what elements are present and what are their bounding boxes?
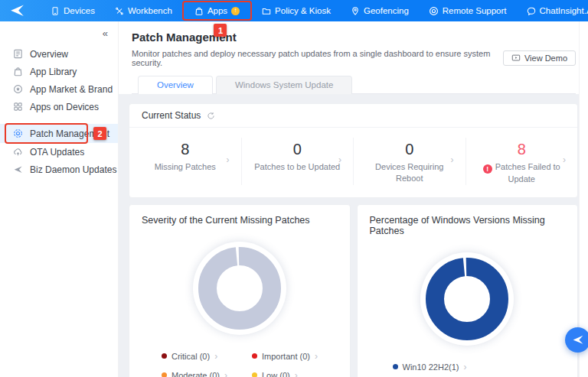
folder-icon (262, 6, 271, 16)
legend-dot (162, 372, 167, 377)
view-demo-button[interactable]: View Demo (503, 50, 576, 66)
apps-grid-icon (13, 102, 23, 112)
stat-value: 0 (242, 139, 354, 159)
nav-label: Remote Support (443, 6, 507, 15)
chevron-right-icon: › (224, 370, 227, 377)
scrollbar-track[interactable] (579, 21, 588, 377)
legend-item-moderate[interactable]: Moderate (0) › (162, 370, 252, 377)
legend-label: Low (0) (262, 371, 290, 377)
tab-overview[interactable]: Overview (138, 76, 213, 94)
app-market-icon (13, 84, 23, 94)
tab-windows-system-update[interactable]: Windows System Update (216, 76, 352, 94)
apps-update-badge: ↑ (231, 7, 240, 15)
sidebar-item-app-library[interactable]: App Library (0, 63, 118, 80)
chevron-right-icon: › (227, 154, 230, 165)
nav-item-chatinsight[interactable]: ChatInsight.AI (517, 0, 588, 21)
sidebar-label: App Library (30, 67, 77, 77)
nav-item-geofencing[interactable]: Geofencing (341, 0, 419, 21)
top-nav: Devices Workbench Apps ↑ 1 Policy & Kios… (0, 0, 588, 21)
stat-label: Devices Requiring Reboot (364, 161, 455, 184)
stat-patches-failed-to-update[interactable]: 8 !Patches Failed to Update › (466, 138, 578, 185)
biz-daemon-plane-icon (13, 164, 23, 174)
sidebar-label: Apps on Devices (30, 102, 99, 112)
current-status-card: Current Status 8 Missing Patches › (129, 103, 578, 198)
windows-versions-chart-card: Percentage of Windows Versions Missing P… (357, 204, 579, 377)
legend-dot (393, 364, 398, 369)
chevron-right-icon: › (563, 154, 566, 165)
paper-plane-icon (9, 3, 25, 18)
overview-icon (13, 49, 23, 59)
severity-chart-card: Severity of the Current Missing Patches … (129, 204, 351, 377)
chevron-right-icon: › (214, 351, 217, 362)
sidebar-item-overview[interactable]: Overview (0, 45, 118, 63)
severity-chart-title: Severity of the Current Missing Patches (142, 215, 338, 226)
stat-label: !Patches Failed to Update (476, 161, 567, 185)
sidebar-label: Biz Daemon Updates (30, 164, 116, 175)
patch-management-page: Devices Workbench Apps ↑ 1 Policy & Kios… (0, 0, 588, 377)
sidebar-label: OTA Updates (30, 147, 84, 158)
lifebuoy-icon (429, 6, 439, 16)
sidebar-item-patch-management[interactable]: Patch Management 2 (0, 124, 118, 143)
sidebar-item-apps-on-devices[interactable]: Apps on Devices (0, 98, 118, 115)
sidebar-item-app-market[interactable]: App Market & Brand (0, 80, 118, 98)
content-area: Current Status 8 Missing Patches › (119, 94, 588, 377)
current-status-title: Current Status (142, 110, 201, 121)
refresh-icon[interactable] (207, 112, 215, 120)
devices-icon (51, 6, 60, 16)
stat-label: Missing Patches (140, 161, 230, 173)
airdroid-logo[interactable] (8, 3, 31, 18)
nav-item-apps[interactable]: Apps ↑ 1 (187, 0, 247, 21)
legend-item-win10-22h2[interactable]: Win10 22H2(1) › (393, 362, 566, 372)
nav-item-workbench[interactable]: Workbench (105, 0, 182, 21)
stat-value: 0 (354, 139, 466, 159)
nav-item-policy-kiosk[interactable]: Policy & Kiosk (252, 0, 341, 21)
alert-icon: ! (483, 164, 492, 174)
legend-label: Critical (0) (172, 352, 210, 361)
stat-label: Patches to be Updated (252, 161, 342, 173)
page-subtitle: Monitor patches and deploy necessary pat… (132, 49, 494, 67)
stat-patches-to-be-updated[interactable]: 0 Patches to be Updated › (241, 138, 354, 185)
nav-label: Apps (207, 6, 227, 15)
legend-item-low[interactable]: Low (0) › (252, 370, 338, 377)
severity-legend: Critical (0) › Important (0) › Moderate … (162, 351, 338, 377)
legend-label: Important (0) (262, 352, 310, 361)
nav-label: Policy & Kiosk (275, 6, 331, 15)
legend-label: Win10 22H2(1) (403, 362, 459, 372)
paper-plane-icon (571, 333, 585, 346)
sidebar-item-ota-updates[interactable]: OTA Updates (0, 143, 118, 161)
annotation-step-2: 2 (93, 127, 106, 140)
tab-bar: Overview Windows System Update (132, 76, 576, 94)
severity-donut-chart (193, 242, 286, 335)
nav-label: Geofencing (364, 6, 409, 15)
view-demo-label: View Demo (524, 54, 567, 63)
sidebar-collapse-button[interactable]: « (0, 26, 118, 45)
main-area: Patch Management Monitor patches and dep… (119, 21, 588, 377)
sidebar: « Overview App Library App Market & Bran… (0, 21, 119, 377)
chevron-right-icon: › (315, 351, 318, 362)
status-stats-row: 8 Missing Patches › 0 Patches to be Upda… (129, 128, 577, 197)
page-title: Patch Management (132, 31, 576, 44)
chevron-right-icon: › (295, 370, 298, 377)
chat-bubble-icon (527, 6, 536, 16)
patch-management-icon (13, 128, 23, 138)
chevron-right-icon: › (451, 154, 454, 165)
legend-item-critical[interactable]: Critical (0) › (162, 351, 252, 362)
page-header: Patch Management Monitor patches and dep… (119, 21, 588, 94)
legend-label: Moderate (0) (172, 371, 220, 377)
nav-label: ChatInsight.AI (540, 6, 588, 15)
nav-label: Devices (64, 6, 95, 15)
airdroid-float-button[interactable] (565, 327, 588, 353)
legend-item-important[interactable]: Important (0) › (252, 351, 338, 362)
apps-bag-icon (194, 6, 204, 16)
nav-item-devices[interactable]: Devices (41, 0, 105, 21)
stat-devices-requiring-reboot[interactable]: 0 Devices Requiring Reboot › (353, 138, 466, 185)
nav-item-remote-support[interactable]: Remote Support (419, 0, 517, 21)
windows-chart-title: Percentage of Windows Versions Missing P… (370, 215, 566, 236)
legend-dot (162, 353, 167, 359)
sidebar-item-biz-daemon-updates[interactable]: Biz Daemon Updates (0, 161, 118, 178)
stat-missing-patches[interactable]: 8 Missing Patches › (129, 138, 241, 185)
ota-cloud-icon (13, 147, 23, 157)
windows-donut-chart (420, 252, 514, 346)
nav-label: Workbench (128, 6, 172, 15)
app-library-icon (13, 67, 23, 76)
